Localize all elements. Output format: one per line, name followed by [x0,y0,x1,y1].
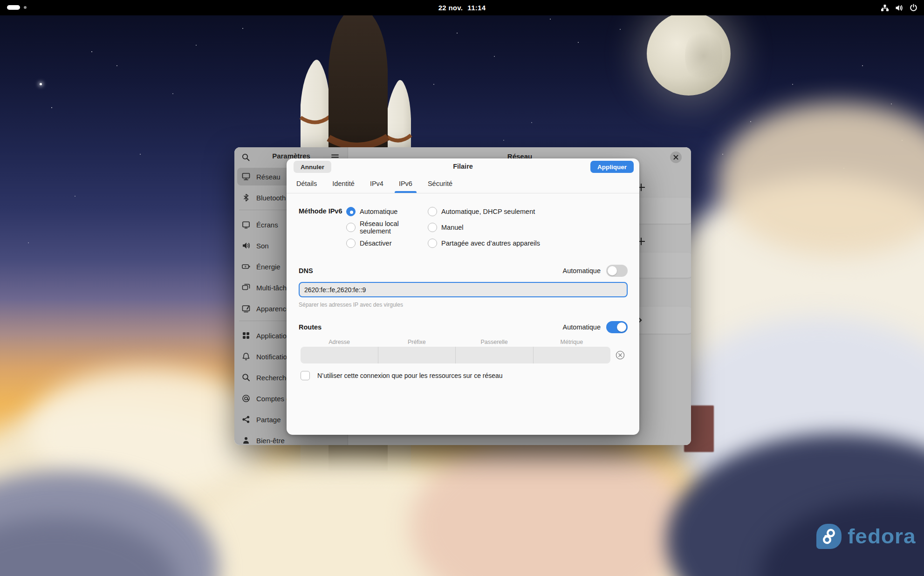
dns-automatic-toggle[interactable] [606,265,628,277]
displays-icon [242,220,250,229]
tab-details[interactable]: Détails [296,174,317,193]
appearance-icon [242,304,250,313]
radio-icon[interactable] [346,239,356,248]
column-passerelle: Passerelle [456,339,533,345]
wired-network-icon [881,4,889,12]
multitasking-icon [242,283,250,292]
battery-icon [242,262,250,271]
dns-input[interactable] [299,282,628,297]
column-metrique: Métrique [533,339,610,345]
radio-partagee[interactable]: Partagée avec d’autres appareils [428,235,540,251]
dialog-tabbar: Détails Identité IPv4 IPv6 Sécurité [287,174,639,193]
clock-button[interactable]: 22 nov.11:14 [0,4,924,12]
radio-reseau-local[interactable]: Réseau local seulement [346,219,428,235]
toggle-knob [617,322,626,332]
radio-icon[interactable] [428,207,437,216]
dns-label: DNS [299,267,313,274]
radio-icon[interactable] [428,239,437,248]
remove-route-icon[interactable] [615,350,626,361]
dns-section: DNS Automatique Séparer les adresses IP … [299,265,628,308]
radio-icon[interactable] [428,223,437,232]
person-icon [242,436,250,445]
route-prefix-input[interactable] [378,347,456,363]
time-label: 11:14 [467,4,486,12]
tab-securite[interactable]: Sécurité [428,174,452,193]
fedora-wordmark: fedora [848,524,916,548]
at-icon [242,394,250,403]
column-prefixe: Préfixe [378,339,455,345]
checkbox-icon[interactable] [301,371,310,380]
share-icon [242,415,250,424]
routes-automatic-label: Automatique [563,323,601,331]
radio-icon[interactable] [346,207,356,216]
radio-automatique[interactable]: Automatique [346,204,428,219]
bluetooth-icon [242,193,250,202]
power-icon [910,4,917,12]
date-label: 22 nov. [438,4,463,12]
route-address-input[interactable] [301,347,378,363]
dns-helper-text: Séparer les adresses IP avec des virgule… [299,302,628,308]
routes-label: Routes [299,323,322,331]
dialog-title: Filaire [287,163,639,170]
radio-manuel[interactable]: Manuel [428,219,540,235]
column-adresse: Adresse [301,339,378,345]
routes-row-entry [301,347,628,363]
ipv6-method-section: Méthode IPv6 Automatique Automatique, DH… [299,204,628,251]
bell-icon [242,352,250,361]
method-options: Automatique Automatique, DHCP seulement … [346,204,540,251]
radio-desactiver[interactable]: Désactiver [346,235,428,251]
route-gateway-input[interactable] [456,347,534,363]
search-icon [242,373,250,382]
tab-identite[interactable]: Identité [332,174,355,193]
desktop: fedora Réseau [0,0,924,576]
volume-icon [895,4,903,12]
routes-section: Routes Automatique Adresse Préfixe Passe… [299,321,628,380]
tab-ipv6[interactable]: IPv6 [399,174,412,193]
local-resources-option[interactable]: N’utiliser cette connexion que pour les … [301,371,628,380]
bright-star [40,83,42,85]
checkbox-label: N’utiliser cette connexion que pour les … [317,372,503,379]
dialog-body: Méthode IPv6 Automatique Automatique, DH… [287,193,639,380]
network-icon [242,172,250,181]
tab-ipv4[interactable]: IPv4 [370,174,383,193]
route-metric-input[interactable] [534,347,611,363]
radio-icon[interactable] [346,223,356,232]
method-label: Méthode IPv6 [299,204,346,251]
fedora-logo-mark [816,524,842,549]
dns-automatic-label: Automatique [563,267,601,274]
sound-icon [242,241,250,250]
moon-texture [685,28,722,84]
apply-button[interactable]: Appliquer [590,161,634,173]
dialog-header: Annuler Filaire Appliquer [287,158,639,174]
fedora-logo: fedora [816,524,916,549]
apps-grid-icon [242,331,250,340]
window-close-button[interactable] [670,151,682,163]
toggle-knob [608,266,617,275]
radio-automatique-dhcp[interactable]: Automatique, DHCP seulement [428,204,540,219]
wired-connection-dialog: Annuler Filaire Appliquer Détails Identi… [287,158,639,435]
routes-table-headers: Adresse Préfixe Passerelle Métrique [301,339,610,345]
gnome-top-bar: 22 nov.11:14 [0,0,924,15]
routes-automatic-toggle[interactable] [606,321,628,333]
system-tray[interactable] [881,0,917,15]
